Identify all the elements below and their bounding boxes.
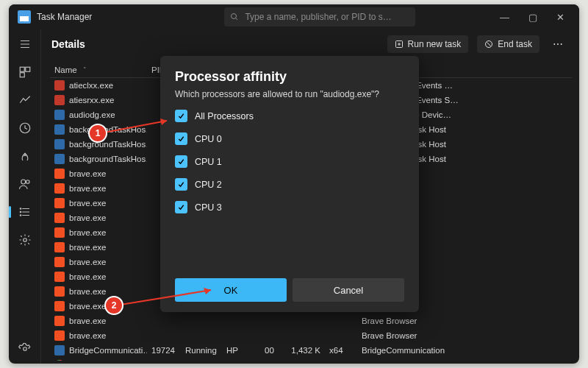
checkbox-checked-icon[interactable] bbox=[175, 155, 187, 168]
nav-settings[interactable] bbox=[18, 342, 32, 356]
process-name: brave.exe bbox=[69, 272, 107, 281]
cpu-option[interactable]: All Processors bbox=[175, 110, 404, 122]
nav-performance[interactable] bbox=[18, 93, 32, 107]
svg-point-9 bbox=[24, 154, 25, 155]
stop-icon bbox=[484, 40, 493, 49]
process-name: brave.exe bbox=[69, 258, 107, 266]
app-title: Task Manager bbox=[37, 12, 92, 22]
process-icon bbox=[54, 213, 65, 223]
process-name: atiesrxx.exe bbox=[69, 96, 114, 105]
process-icon bbox=[54, 242, 65, 252]
window-controls: — ▢ ✕ bbox=[500, 12, 575, 23]
plus-icon bbox=[395, 40, 404, 49]
checkbox-checked-icon[interactable] bbox=[175, 178, 187, 191]
process-name: brave.exe bbox=[69, 331, 107, 340]
annotation-marker-1: 1 bbox=[90, 125, 106, 141]
search-input[interactable]: Type a name, publisher, or PID to s… bbox=[224, 7, 415, 26]
dialog-question: Which processors are allowed to run "aud… bbox=[175, 89, 404, 99]
process-icon bbox=[54, 80, 65, 91]
process-icon bbox=[54, 154, 65, 164]
nav-rail bbox=[9, 29, 41, 364]
nav-processes[interactable] bbox=[18, 65, 32, 79]
process-name: backgroundTaskHos… bbox=[69, 125, 147, 134]
cpu-option-label: CPU 0 bbox=[195, 134, 222, 144]
process-icon bbox=[54, 227, 65, 238]
app-icon bbox=[18, 10, 31, 24]
checkbox-checked-icon[interactable] bbox=[175, 110, 187, 122]
cell-arch: x64 bbox=[325, 346, 357, 355]
cpu-options: All ProcessorsCPU 0CPU 1CPU 2CPU 3 bbox=[175, 110, 404, 213]
process-name: atieclxx.exe bbox=[69, 81, 113, 90]
process-name: BridgeCommunicati… bbox=[69, 346, 147, 355]
process-name: brave.exe bbox=[69, 184, 107, 193]
table-row[interactable]: BridgeCommunicati…19724RunningHP001,432 … bbox=[50, 343, 572, 358]
cpu-option-label: All Processors bbox=[195, 111, 254, 121]
table-row[interactable]: chrome.exe6784RunningHP0090,012 Kx64Goog… bbox=[50, 358, 572, 361]
table-row[interactable]: brave.exeBrave Browser bbox=[50, 328, 572, 343]
nav-startup[interactable] bbox=[18, 149, 32, 163]
process-name: brave.exe bbox=[69, 213, 107, 222]
process-name: audiodg.exe bbox=[69, 110, 115, 119]
checkbox-checked-icon[interactable] bbox=[175, 201, 187, 213]
dialog-title: Processor affinity bbox=[175, 69, 404, 85]
process-icon bbox=[54, 257, 65, 267]
table-row[interactable]: brave.exeBrave Browser bbox=[50, 314, 572, 328]
nav-services[interactable] bbox=[18, 233, 32, 247]
cpu-option[interactable]: CPU 0 bbox=[175, 132, 404, 145]
process-name: brave.exe bbox=[69, 199, 107, 208]
svg-rect-5 bbox=[20, 67, 24, 71]
svg-line-24 bbox=[487, 43, 491, 46]
process-icon bbox=[54, 198, 65, 208]
search-icon bbox=[230, 13, 239, 21]
annotation-marker-2: 2 bbox=[106, 297, 122, 314]
nav-details[interactable] bbox=[18, 205, 32, 219]
process-icon bbox=[54, 345, 65, 355]
cell-status: Running bbox=[181, 346, 222, 355]
ok-button[interactable]: OK bbox=[175, 278, 287, 302]
titlebar: Task Manager Type a name, publisher, or … bbox=[9, 4, 579, 29]
cpu-option-label: CPU 3 bbox=[195, 202, 222, 213]
cpu-option-label: CPU 2 bbox=[195, 180, 222, 190]
end-task-button[interactable]: End task bbox=[477, 35, 539, 53]
process-icon bbox=[54, 316, 65, 326]
cpu-option[interactable]: CPU 2 bbox=[175, 178, 404, 191]
process-icon bbox=[54, 139, 65, 149]
process-name: brave.exe bbox=[69, 243, 107, 252]
cell-mem: 1,432 K bbox=[282, 346, 325, 355]
process-name: brave.exe bbox=[69, 287, 107, 296]
svg-point-11 bbox=[26, 180, 29, 184]
more-button[interactable]: ⋯ bbox=[548, 35, 569, 53]
page-title: Details bbox=[51, 38, 85, 50]
cell-cpu: 00 bbox=[260, 346, 282, 355]
sort-caret-icon: ˄ bbox=[83, 66, 87, 74]
end-task-label: End task bbox=[498, 39, 532, 49]
svg-line-1 bbox=[236, 18, 238, 21]
process-name: brave.exe bbox=[69, 316, 107, 325]
col-name[interactable]: Name˄ bbox=[50, 66, 147, 74]
process-icon bbox=[54, 360, 65, 361]
svg-rect-6 bbox=[25, 67, 29, 71]
cell-desc: Brave Browser bbox=[357, 316, 572, 325]
cpu-option[interactable]: CPU 1 bbox=[175, 155, 404, 168]
close-button[interactable]: ✕ bbox=[556, 12, 564, 23]
maximize-button[interactable]: ▢ bbox=[528, 12, 537, 23]
cpu-option[interactable]: CPU 3 bbox=[175, 201, 404, 213]
nav-users[interactable] bbox=[18, 177, 32, 191]
svg-point-10 bbox=[21, 180, 25, 184]
process-icon bbox=[54, 95, 65, 105]
run-new-task-button[interactable]: Run new task bbox=[387, 35, 469, 53]
processor-affinity-dialog: Processor affinity Which processors are … bbox=[160, 56, 419, 312]
cell-user: HP bbox=[222, 346, 260, 355]
svg-point-18 bbox=[23, 238, 26, 242]
process-name: brave.exe bbox=[69, 228, 107, 237]
cancel-button[interactable]: Cancel bbox=[293, 278, 404, 302]
cell-desc: BridgeCommunication bbox=[357, 346, 572, 355]
cell-pid: 19724 bbox=[147, 346, 181, 355]
hamburger-icon[interactable] bbox=[18, 37, 32, 52]
minimize-button[interactable]: — bbox=[500, 12, 509, 23]
nav-app-history[interactable] bbox=[18, 121, 32, 135]
cpu-option-label: CPU 1 bbox=[195, 157, 222, 167]
search-placeholder: Type a name, publisher, or PID to s… bbox=[245, 12, 391, 22]
checkbox-checked-icon[interactable] bbox=[175, 132, 187, 145]
process-name: backgroundTaskHos… bbox=[69, 155, 147, 163]
